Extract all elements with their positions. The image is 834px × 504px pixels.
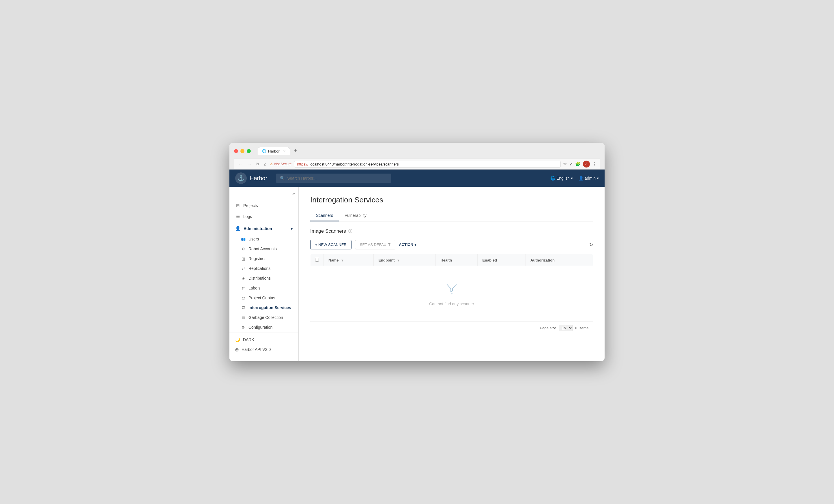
browser-tab-harbor[interactable]: 🌐 Harbor ✕ (258, 147, 290, 155)
registries-icon: ◫ (241, 257, 246, 261)
admin-section: 👤 Administration ▾ 👥 Users ⚙ Robot Accou… (229, 223, 299, 332)
main-content: « ⊞ Projects ☰ Logs 👤 Administration (229, 187, 605, 361)
url-path: localhost:8443/harbor/interrogation-serv… (310, 162, 399, 166)
toolbar: + NEW SCANNER SET AS DEFAULT ACTION ▾ ↻ (310, 240, 593, 249)
sidebar-label-projects: Projects (243, 203, 258, 208)
home-button[interactable]: ⌂ (263, 161, 267, 167)
projects-icon: ⊞ (235, 203, 240, 208)
forward-button[interactable]: → (246, 161, 253, 167)
sidebar-item-garbage-collection[interactable]: 🗑 Garbage Collection (229, 313, 299, 322)
empty-funnel-icon (327, 281, 576, 298)
sidebar-label-robot-accounts: Robot Accounts (248, 247, 277, 251)
maximize-traffic-light[interactable] (247, 149, 251, 153)
page-content: EVENT LOG Interrogation Services Scanner… (299, 187, 605, 361)
sidebar-item-logs[interactable]: ☰ Logs (229, 211, 299, 222)
info-icon[interactable]: ⓘ (348, 229, 352, 234)
address-bar: ← → ↻ ⌂ ⚠ Not Secure https://localhost:8… (234, 159, 600, 169)
robot-accounts-icon: ⚙ (241, 247, 246, 251)
administration-header[interactable]: 👤 Administration ▾ (229, 223, 299, 234)
menu-button[interactable]: ⋮ (592, 161, 596, 167)
name-filter-icon[interactable]: ▼ (341, 259, 344, 262)
endpoint-filter-icon[interactable]: ▼ (397, 259, 400, 262)
user-chevron-icon: ▾ (597, 176, 599, 181)
sidebar-label-registries: Registries (248, 256, 266, 261)
back-button[interactable]: ← (238, 161, 244, 167)
url-bar[interactable]: https://localhost:8443/harbor/interrogat… (294, 161, 561, 167)
action-label: ACTION (399, 243, 413, 247)
empty-state-message: Can not find any scanner (327, 302, 576, 306)
action-chevron-icon: ▾ (414, 243, 416, 247)
nav-right: 🌐 English ▾ 👤 admin ▾ (550, 176, 599, 181)
sidebar-item-harbor-api[interactable]: ◎ Harbor API V2.0 (229, 345, 299, 354)
new-scanner-button[interactable]: + NEW SCANNER (310, 240, 351, 249)
items-label: items (579, 326, 588, 330)
sidebar-label-harbor-api: Harbor API V2.0 (242, 347, 271, 352)
set-default-button[interactable]: SET AS DEFAULT (355, 240, 395, 249)
sidebar-item-replications[interactable]: ⇄ Replications (229, 264, 299, 273)
replications-icon: ⇄ (241, 267, 246, 271)
sidebar-label-labels: Labels (248, 286, 260, 290)
app-logo-text[interactable]: Harbor (249, 175, 267, 182)
users-icon: 👥 (241, 237, 246, 241)
sidebar-footer: 🌙 DARK ◎ Harbor API V2.0 (229, 332, 299, 357)
sidebar-label-replications: Replications (248, 266, 270, 271)
labels-icon: 🏷 (241, 286, 246, 290)
search-input[interactable] (287, 176, 387, 181)
refresh-button[interactable]: ↻ (589, 242, 593, 247)
extensions-button[interactable]: 🧩 (575, 161, 580, 167)
browser-tab-title: Harbor (268, 149, 280, 153)
th-health: Health (436, 254, 478, 266)
page-size-select[interactable]: 15 (559, 325, 573, 331)
tab-close-button[interactable]: ✕ (283, 150, 286, 153)
action-button[interactable]: ACTION ▾ (399, 243, 416, 247)
tab-scanners[interactable]: Scanners (310, 210, 339, 222)
svg-point-0 (451, 293, 453, 294)
sidebar-item-configuration[interactable]: ⚙ Configuration (229, 322, 299, 332)
avatar[interactable]: A (583, 161, 590, 167)
harbor-logo-icon: ⚓ (235, 173, 247, 184)
sidebar-item-robot-accounts[interactable]: ⚙ Robot Accounts (229, 244, 299, 254)
th-enabled: Enabled (478, 254, 526, 266)
sidebar-label-interrogation-services: Interrogation Services (248, 305, 291, 310)
section-title: Image Scanners (310, 228, 346, 234)
username-label: admin (585, 176, 596, 181)
sidebar-collapse-button[interactable]: « (229, 191, 299, 200)
security-badge: ⚠ Not Secure (270, 162, 291, 166)
minimize-traffic-light[interactable] (240, 149, 244, 153)
logo-area: ⚓ Harbor (235, 173, 267, 184)
project-quotas-icon: ◎ (241, 296, 246, 300)
sidebar-item-project-quotas[interactable]: ◎ Project Quotas (229, 293, 299, 303)
scanner-table: Name ▼ Endpoint ▼ Health Enabl (310, 254, 593, 321)
sidebar-item-distributions[interactable]: ◈ Distributions (229, 273, 299, 283)
pagination-bar: Page size 15 0 items (310, 321, 593, 334)
api-icon: ◎ (235, 347, 239, 352)
sidebar-label-distributions: Distributions (248, 276, 271, 280)
sidebar-item-labels[interactable]: 🏷 Labels (229, 283, 299, 293)
close-traffic-light[interactable] (234, 149, 238, 153)
admin-icon: 👤 (235, 226, 241, 231)
sidebar-item-registries[interactable]: ◫ Registries (229, 254, 299, 264)
harbor-tab-icon: 🌐 (262, 149, 266, 153)
user-icon: 👤 (578, 176, 584, 181)
sidebar-item-interrogation-services[interactable]: 🛡 Interrogation Services (229, 303, 299, 313)
screenshot-button[interactable]: ⤢ (569, 161, 573, 167)
sidebar-item-projects[interactable]: ⊞ Projects (229, 200, 299, 211)
select-all-checkbox[interactable] (315, 258, 319, 261)
distributions-icon: ◈ (241, 276, 246, 280)
browser-window: 🌐 Harbor ✕ + ← → ↻ ⌂ ⚠ Not Secure https:… (229, 143, 605, 361)
globe-icon: 🌐 (550, 176, 555, 181)
section-header: Image Scanners ⓘ (310, 228, 593, 234)
reload-button[interactable]: ↻ (255, 161, 261, 167)
sidebar-item-users[interactable]: 👥 Users (229, 234, 299, 244)
sidebar-item-dark[interactable]: 🌙 DARK (229, 335, 299, 345)
user-menu[interactable]: 👤 admin ▾ (578, 176, 599, 181)
sidebar: « ⊞ Projects ☰ Logs 👤 Administration (229, 187, 299, 361)
new-tab-button[interactable]: + (291, 146, 300, 156)
admin-chevron-icon: ▾ (291, 226, 293, 231)
sidebar-label-users: Users (248, 237, 259, 241)
sidebar-label-logs: Logs (243, 214, 252, 219)
tab-vulnerability[interactable]: Vulnerability (339, 210, 372, 222)
lang-chevron-icon: ▾ (571, 176, 573, 181)
language-selector[interactable]: 🌐 English ▾ (550, 176, 573, 181)
bookmark-button[interactable]: ☆ (563, 161, 567, 167)
